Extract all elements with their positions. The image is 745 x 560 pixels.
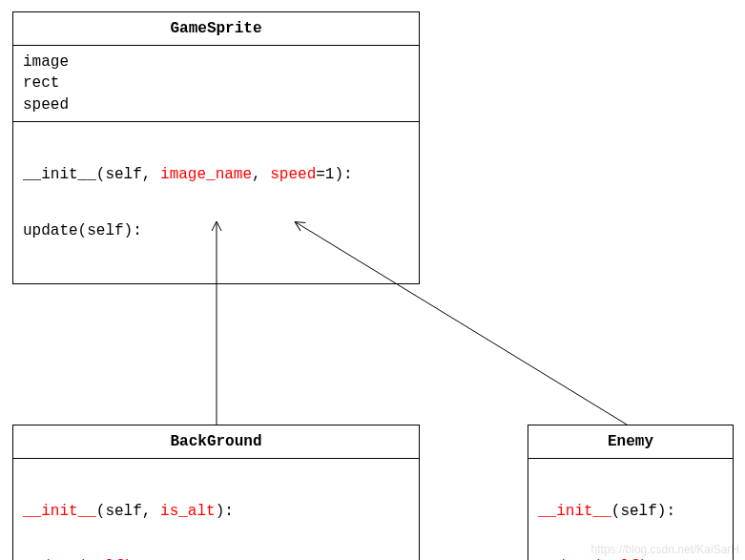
param-is-alt: is_alt — [160, 503, 216, 520]
class-background: BackGround __init__(self, is_alt): updat… — [12, 425, 420, 560]
class-title: Enemy — [528, 425, 733, 459]
method-update: update(self): — [23, 556, 409, 560]
class-methods: __init__(self, is_alt): update(self): — [13, 459, 419, 560]
method-init-post: (self): — [611, 503, 675, 520]
method-init-mid: (self, — [96, 503, 160, 520]
class-gamesprite: GameSprite image rect speed __init__(sel… — [12, 11, 420, 284]
method-init-post: ): — [216, 503, 234, 520]
method-update: update(self): — [23, 220, 409, 241]
class-attributes: image rect speed — [13, 46, 419, 122]
attr-image: image — [23, 52, 409, 73]
watermark-text: https://blog.csdn.net/KaiSarH — [591, 543, 739, 556]
class-name-text: BackGround — [170, 433, 261, 450]
method-init-fn: __init__ — [23, 503, 96, 520]
attr-speed: speed — [23, 94, 409, 115]
method-init-pre: __init__(self, — [23, 166, 160, 183]
class-name-text: Enemy — [608, 433, 653, 450]
param-speed: speed — [270, 166, 316, 183]
class-title: BackGround — [13, 425, 419, 459]
class-enemy: Enemy __init__(self): update(self): — [528, 425, 734, 560]
attr-rect: rect — [23, 73, 409, 93]
method-init: __init__(self): — [538, 501, 723, 522]
method-init: __init__(self, image_name, speed=1): — [23, 164, 409, 185]
class-name-text: GameSprite — [170, 20, 261, 37]
class-methods: __init__(self, image_name, speed=1): upd… — [13, 122, 419, 283]
method-init: __init__(self, is_alt): — [23, 501, 409, 522]
class-title: GameSprite — [13, 12, 419, 46]
method-init-sep: , — [252, 166, 270, 183]
method-init-fn: __init__ — [538, 503, 611, 520]
method-update: update(self): — [538, 556, 723, 560]
param-image-name: image_name — [160, 166, 252, 183]
method-init-post: =1): — [316, 166, 352, 183]
